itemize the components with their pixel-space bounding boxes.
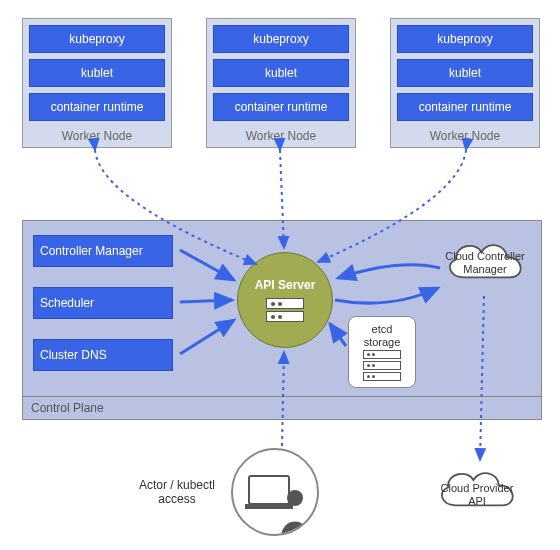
component-kubeproxy: kubeproxy [397,25,533,53]
api-server-label: API Server [255,278,316,292]
component-container-runtime: container runtime [29,93,165,121]
worker-node-label: Worker Node [29,127,165,143]
component-kublet: kublet [397,59,533,87]
etcd-label: etcd storage [353,323,411,347]
ccm-label: Cloud Controller Manager [440,250,530,275]
divider [23,396,541,397]
component-kublet: kublet [213,59,349,87]
component-kubeproxy: kubeproxy [29,25,165,53]
cloud-provider-label: Cloud Provider API [432,482,522,507]
server-icon [363,350,401,359]
control-plane-label: Control Plane [31,401,104,415]
cloud-provider-api: Cloud Provider API [432,460,522,523]
server-icon [363,361,401,370]
component-scheduler: Scheduler [33,287,173,319]
worker-node: kubeproxy kublet container runtime Worke… [206,18,356,148]
svg-rect-0 [249,476,289,504]
component-cluster-dns: Cluster DNS [33,339,173,371]
svg-point-2 [287,490,303,506]
diagram-canvas: kubeproxy kublet container runtime Worke… [0,0,560,550]
server-icon [266,298,304,309]
api-server: API Server [237,252,333,348]
worker-node: kubeproxy kublet container runtime Worke… [22,18,172,148]
cloud-controller-manager: Cloud Controller Manager [440,232,530,295]
component-controller-manager: Controller Manager [33,235,173,267]
actor-label: Actor / kubectl access [132,478,222,507]
worker-node-label: Worker Node [397,127,533,143]
worker-node-label: Worker Node [213,127,349,143]
svg-rect-1 [245,504,293,509]
component-container-runtime: container runtime [397,93,533,121]
component-kubeproxy: kubeproxy [213,25,349,53]
server-icon [363,372,401,381]
component-kublet: kublet [29,59,165,87]
server-icon [266,311,304,322]
worker-node: kubeproxy kublet container runtime Worke… [390,18,540,148]
actor-icon [231,448,319,536]
etcd-storage: etcd storage [348,316,416,388]
component-container-runtime: container runtime [213,93,349,121]
